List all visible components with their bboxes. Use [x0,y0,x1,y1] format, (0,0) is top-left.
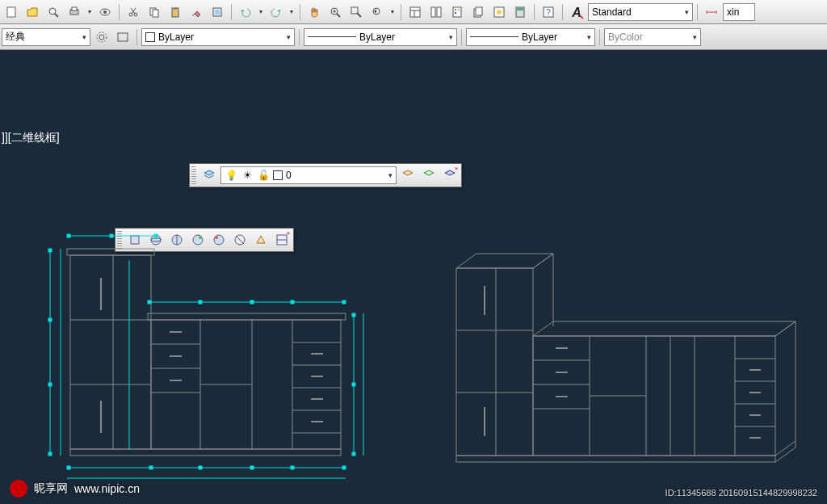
zoom-window-icon[interactable] [346,2,366,22]
svg-text:A: A [571,6,581,19]
redo-arrow-icon [270,6,283,19]
props-icon [409,6,422,19]
dim-icon [705,6,718,19]
doc-icon [5,6,18,19]
paste-icon[interactable] [166,2,185,22]
separator [300,4,300,20]
chevron-down-icon: ▾ [685,8,689,16]
plot-style-dropdown[interactable]: ByColor ▾ [604,28,701,46]
svg-rect-12 [153,10,158,17]
zoom-plus-icon [329,6,342,19]
svg-rect-109 [352,313,355,317]
linetype-control-dropdown[interactable]: ByLayer ▾ [304,28,457,46]
zoom-box-icon [350,6,363,19]
svg-rect-48 [118,33,128,41]
workspace-dropdown[interactable]: 经典 ▾ [2,28,90,46]
lineweight-value: ByLayer [522,32,557,43]
undo-dropdown[interactable]: ▾ [257,2,265,22]
svg-point-1 [49,8,56,15]
cut-icon[interactable] [124,2,143,22]
separator [599,29,600,45]
clipboard-icon [169,6,182,19]
markup-icon[interactable] [489,2,509,22]
svg-rect-68 [67,249,154,255]
cog-icon [95,31,108,44]
brush-icon [190,6,203,19]
linetype-value: ByLayer [359,32,395,43]
sheet-set-icon[interactable] [468,2,488,22]
pan-icon[interactable] [304,2,324,22]
undo-icon[interactable] [236,2,255,22]
ws-settings-icon[interactable] [113,27,132,47]
dim-style-dropdown[interactable]: xin [723,3,755,21]
gear-icon[interactable] [92,27,111,47]
tool-palette-icon[interactable] [447,2,467,22]
main-toolbar-row-1: ▾ ▾ ▾ ▾ ? A Standard ▾ xin [0,0,827,24]
window-icon [116,31,129,44]
watermark-left: 昵享网 www.nipic.cn [10,480,140,498]
svg-point-36 [497,10,502,15]
svg-rect-111 [352,452,355,456]
svg-rect-24 [410,7,420,17]
print-dropdown[interactable]: ▾ [86,2,94,22]
zoom-extents-icon[interactable] [44,2,63,22]
zoom-realtime-icon[interactable] [325,2,345,22]
svg-rect-93 [48,249,52,252]
chevron-down-icon: ▾ [693,33,697,41]
new-icon[interactable] [2,2,21,22]
dimension-style-icon[interactable] [702,2,721,22]
color-control-dropdown[interactable]: ByLayer ▾ [141,28,295,46]
undo-arrow-icon [239,6,252,19]
sheets-icon [472,6,485,19]
folder-icon [26,6,39,19]
calc-icon[interactable] [510,2,530,22]
svg-rect-116 [199,466,202,469]
zoom-dropdown[interactable]: ▾ [388,2,397,22]
svg-rect-4 [72,7,77,10]
site-name: 昵享网 [34,481,68,496]
svg-rect-118 [291,466,294,469]
svg-rect-0 [7,7,15,17]
palette-icon [451,6,464,19]
design-center-icon[interactable] [426,2,446,22]
preview-icon[interactable] [95,2,115,22]
svg-text:?: ? [546,8,551,17]
svg-rect-38 [517,8,523,10]
separator [231,4,232,20]
help-icon[interactable]: ? [539,2,558,22]
drawing-area[interactable]: ]][二维线框] 💡 ☀ 🔓 0 ▾ × × [0,52,827,504]
print-icon[interactable] [65,2,84,22]
separator [136,29,137,45]
svg-rect-105 [291,300,294,304]
svg-rect-103 [199,300,202,304]
chevron-down-icon: ▾ [287,33,291,41]
block-editor-icon[interactable] [208,2,227,22]
text-style-icon[interactable]: A [567,2,586,22]
lineweight-sample-icon [470,36,518,37]
markup-set-icon [493,6,506,19]
svg-rect-102 [148,300,151,304]
svg-rect-104 [250,300,254,304]
scissors-icon [127,6,140,19]
redo-dropdown[interactable]: ▾ [288,2,296,22]
open-icon[interactable] [23,2,42,22]
lineweight-control-dropdown[interactable]: ByLayer ▾ [466,28,595,46]
text-style-dropdown[interactable]: Standard ▾ [588,3,693,21]
separator [697,4,698,20]
redo-icon[interactable] [267,2,286,22]
separator [299,29,300,45]
letter-a-icon: A [569,4,585,20]
eye-icon [99,6,111,19]
zoom-previous-icon[interactable] [367,2,387,22]
separator [562,4,563,20]
chevron-down-icon: ▾ [82,33,86,41]
svg-rect-117 [250,466,254,469]
properties-icon[interactable] [405,2,425,22]
svg-rect-98 [67,234,70,237]
calculator-icon [514,6,527,19]
match-props-icon[interactable] [187,2,206,22]
copy-icon[interactable] [145,2,164,22]
svg-point-47 [97,32,107,42]
svg-rect-95 [48,383,52,386]
site-url: www.nipic.cn [74,482,140,495]
